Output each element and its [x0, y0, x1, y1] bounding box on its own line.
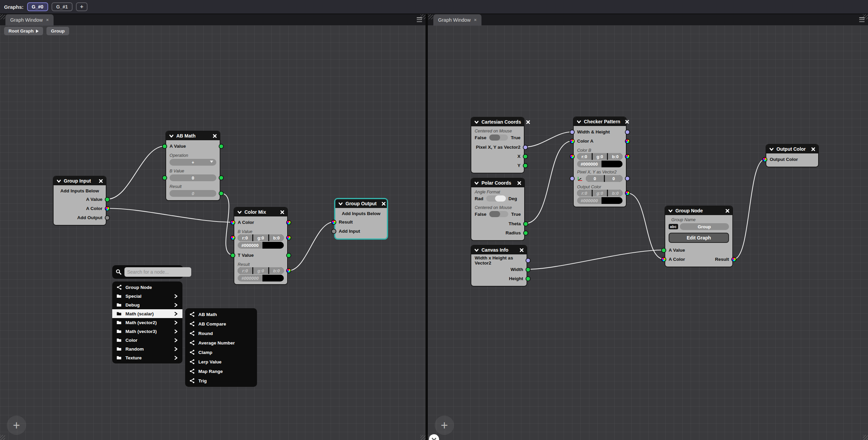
port-out-a-color[interactable]	[286, 220, 291, 225]
submenu-item-ab-math[interactable]: AB Math	[185, 310, 257, 319]
port-out-color-b[interactable]	[625, 154, 630, 159]
centered-toggle[interactable]	[489, 211, 509, 217]
close-icon[interactable]	[280, 210, 284, 214]
port-out-height[interactable]	[526, 276, 531, 281]
collapse-chevron-icon[interactable]	[474, 120, 479, 125]
submenu-item-map-range[interactable]: Map Range	[185, 366, 257, 376]
corner-grip[interactable]	[428, 14, 433, 19]
port-out-b-value[interactable]	[219, 175, 224, 181]
submenu-item-average-number[interactable]: Average Number	[185, 338, 257, 348]
node-ab-math[interactable]: AB Math A Value Operation + B Value 0	[165, 131, 220, 201]
graph-tab-0[interactable]: G_#0	[27, 2, 48, 11]
port-in-color-a[interactable]	[570, 139, 575, 144]
port-out-t-value[interactable]	[286, 253, 291, 258]
port-out-width-height[interactable]	[625, 129, 630, 134]
corner-grip[interactable]	[420, 435, 426, 440]
b-value-input[interactable]: 0	[170, 174, 216, 181]
collapse-chevron-icon[interactable]	[56, 179, 61, 184]
port-out-b-color[interactable]	[286, 235, 291, 240]
close-icon[interactable]	[381, 202, 386, 206]
corner-grip[interactable]	[0, 14, 5, 19]
port-add-output[interactable]	[105, 215, 110, 220]
menu-item-random[interactable]: Random	[112, 344, 182, 353]
centered-toggle[interactable]	[489, 134, 508, 141]
port-out-radius[interactable]	[523, 230, 528, 235]
rgb-widget[interactable]: r:0 g:0 b:0	[577, 153, 623, 160]
menu-item-debug[interactable]: Debug	[112, 300, 182, 309]
color-swatch[interactable]	[601, 161, 623, 167]
breadcrumb-root-button[interactable]: Root Graph	[4, 27, 43, 35]
graph-tab-1[interactable]: G_#1	[52, 2, 73, 11]
operation-dropdown[interactable]: +	[170, 159, 216, 166]
port-out-a-color[interactable]	[105, 206, 110, 211]
collapse-chevron-icon[interactable]	[237, 210, 242, 215]
collapse-chevron-icon[interactable]	[338, 201, 343, 206]
port-out-color-a[interactable]	[625, 139, 630, 144]
node-cartesian-coords[interactable]: Cartesian Coords Centered on Mouse False…	[471, 117, 525, 173]
close-icon[interactable]	[517, 181, 521, 185]
node-output-color[interactable]: Output Color Output Color	[766, 144, 819, 167]
corner-grip[interactable]	[0, 435, 5, 440]
port-in-a-value[interactable]	[162, 144, 167, 149]
search-input[interactable]	[124, 267, 191, 277]
node-group-input[interactable]: Group Input Add Inputs Below A Value A C…	[53, 176, 106, 226]
port-in-t-value[interactable]	[230, 253, 235, 258]
edit-graph-button[interactable]: Edit Graph	[669, 233, 729, 243]
port-in-width-height[interactable]	[570, 129, 575, 134]
close-icon[interactable]	[725, 209, 730, 213]
port-in-a-color[interactable]	[661, 257, 666, 262]
port-out-output-color[interactable]	[625, 191, 630, 196]
corner-grip[interactable]	[863, 435, 868, 440]
close-tab-icon[interactable]: ×	[46, 17, 49, 22]
breadcrumb-current-button[interactable]: Group	[46, 27, 69, 35]
port-out-pixel-vector2[interactable]	[523, 145, 528, 150]
submenu-item-round[interactable]: Round	[185, 329, 257, 338]
close-icon[interactable]	[213, 134, 217, 138]
port-in-color-b[interactable]	[570, 154, 575, 159]
submenu-item-clamp[interactable]: Clamp	[185, 348, 257, 357]
port-add-input[interactable]	[331, 229, 336, 234]
close-tab-icon[interactable]: ×	[474, 17, 477, 22]
menu-item-math-scalar[interactable]: Math (scalar)	[112, 309, 182, 318]
collapse-chevron-icon[interactable]	[769, 147, 774, 152]
collapse-chevron-icon[interactable]	[474, 181, 479, 186]
port-in-pixel-vector2[interactable]	[570, 176, 575, 181]
menu-item-texture[interactable]: Texture	[112, 353, 182, 362]
rgb-widget[interactable]: r:0 g:0 b:0	[238, 234, 284, 241]
port-out-result[interactable]	[219, 191, 224, 196]
port-out-pixel-vector2[interactable]	[625, 176, 630, 181]
node-color-mix[interactable]: Color Mix A Color B Value r:0 g:0 b:0	[234, 207, 288, 285]
add-node-button[interactable]: +	[435, 416, 454, 435]
port-out-wh-vector2[interactable]	[526, 258, 531, 263]
menu-item-math-vector3[interactable]: Math (vector3)	[112, 327, 182, 336]
add-node-button[interactable]: +	[7, 416, 26, 435]
vector2-widget[interactable]: 0 0	[586, 175, 623, 182]
close-icon[interactable]	[526, 120, 530, 124]
close-icon[interactable]	[519, 248, 524, 252]
collapse-chevron-icon[interactable]	[668, 208, 673, 213]
port-out-width[interactable]	[526, 267, 531, 272]
port-out-result[interactable]	[286, 268, 291, 273]
group-name-input[interactable]: Group	[680, 223, 729, 230]
menu-item-group-node[interactable]: Group Node	[112, 283, 182, 292]
port-in-result[interactable]	[331, 219, 336, 225]
node-group-node[interactable]: Group Node Group Name abc Group Edit Gra…	[665, 206, 733, 267]
panel-menu-icon[interactable]	[417, 17, 422, 22]
close-icon[interactable]	[625, 120, 629, 124]
hex-widget[interactable]: #000000	[577, 161, 623, 167]
port-in-a-value[interactable]	[661, 248, 666, 253]
port-in-b-color[interactable]	[230, 235, 235, 240]
port-in-output-color[interactable]	[762, 157, 767, 162]
port-out-y[interactable]	[523, 163, 528, 168]
submenu-item-trig[interactable]: Trig	[185, 376, 257, 385]
close-icon[interactable]	[811, 147, 815, 151]
collapse-chevron-icon[interactable]	[474, 248, 479, 253]
submenu-item-ab-compare[interactable]: AB Compare	[185, 319, 257, 329]
menu-item-special[interactable]: Special	[112, 292, 182, 300]
menu-item-color[interactable]: Color	[112, 336, 182, 344]
collapse-chevron-icon[interactable]	[576, 119, 581, 124]
node-group-output[interactable]: Group Output Add Inputs Below Result Add…	[335, 198, 388, 239]
port-out-theta[interactable]	[523, 221, 528, 226]
port-out-x[interactable]	[523, 154, 528, 159]
hex-widget[interactable]: #000000	[238, 242, 284, 249]
